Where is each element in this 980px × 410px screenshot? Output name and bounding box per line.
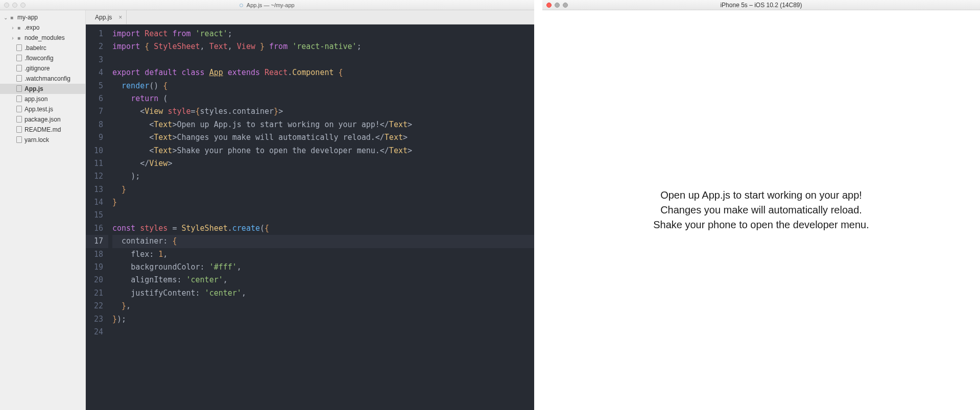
code-line[interactable]: backgroundColor: '#fff', <box>112 261 534 274</box>
code-line[interactable]: }); <box>112 313 534 326</box>
line-number[interactable]: 1 <box>86 28 103 40</box>
line-number[interactable]: 13 <box>86 183 103 196</box>
code-line[interactable]: }, <box>112 300 534 312</box>
code-line[interactable]: <Text>Open up App.js to start working on… <box>112 118 534 131</box>
code-line[interactable]: export default class App extends React.C… <box>112 66 534 79</box>
code-editor: App.js × 1234567891011121314151617181920… <box>86 10 534 410</box>
simulator-text-line: Changes you make will automatically relo… <box>660 203 862 218</box>
file-icon <box>15 44 22 52</box>
minimize-window-icon[interactable] <box>12 3 17 8</box>
file-icon <box>15 75 22 83</box>
line-number[interactable]: 23 <box>86 313 103 326</box>
file-tree[interactable]: ⌄my-app›.expo›node_modules.babelrc.flowc… <box>0 10 86 410</box>
code-line[interactable] <box>112 54 534 66</box>
line-number[interactable]: 22 <box>86 300 103 312</box>
tree-file[interactable]: yarn.lock <box>0 135 85 145</box>
code-line[interactable]: } <box>112 196 534 209</box>
zoom-window-icon[interactable] <box>20 3 26 8</box>
tab-app-js[interactable]: App.js × <box>86 10 127 24</box>
code-line[interactable]: container: { <box>112 235 534 248</box>
line-number[interactable]: 4 <box>86 66 103 79</box>
editor-body: ⌄my-app›.expo›node_modules.babelrc.flowc… <box>0 10 534 410</box>
line-number[interactable]: 6 <box>86 92 103 105</box>
code-line[interactable]: flex: 1, <box>112 248 534 261</box>
file-icon <box>15 136 22 144</box>
line-number[interactable]: 11 <box>86 157 103 170</box>
tree-file[interactable]: App.test.js <box>0 104 85 114</box>
line-number[interactable]: 10 <box>86 144 103 157</box>
code-area[interactable]: import React from 'react';import { Style… <box>108 25 534 410</box>
code-line[interactable] <box>112 209 534 222</box>
tree-file[interactable]: App.js <box>0 84 85 94</box>
simulator-window: iPhone 5s – iOS 10.2 (14C89) Open up App… <box>542 0 980 410</box>
line-number-gutter[interactable]: 123456789101112131415161718192021222324 <box>86 25 108 410</box>
tree-file[interactable]: .babelrc <box>0 43 85 53</box>
line-number[interactable]: 9 <box>86 131 103 144</box>
simulator-text-line: Open up App.js to start working on your … <box>660 188 862 203</box>
tree-file[interactable]: .gitignore <box>0 63 85 74</box>
tree-folder[interactable]: ›node_modules <box>0 33 85 43</box>
line-number[interactable]: 24 <box>86 326 103 339</box>
close-window-icon[interactable] <box>546 3 552 8</box>
line-number[interactable]: 21 <box>86 287 103 300</box>
code-line[interactable]: <Text>Shake your phone to open the devel… <box>112 144 534 157</box>
tree-file[interactable]: README.md <box>0 125 85 135</box>
editor-titlebar[interactable]: App.js — ~/my-app <box>0 0 534 10</box>
line-number[interactable]: 12 <box>86 170 103 183</box>
code-line[interactable]: return ( <box>112 92 534 105</box>
tree-item-label: App.test.js <box>25 106 53 113</box>
tree-folder[interactable]: ›.expo <box>0 22 85 33</box>
code-line[interactable]: alignItems: 'center', <box>112 274 534 286</box>
simulator-traffic-lights <box>542 3 568 8</box>
line-number[interactable]: 8 <box>86 118 103 131</box>
code-line[interactable]: } <box>112 183 534 196</box>
code-line[interactable]: import { StyleSheet, Text, View } from '… <box>112 40 534 53</box>
folder-icon <box>15 34 22 41</box>
editor-window: App.js — ~/my-app ⌄my-app›.expo›node_mod… <box>0 0 534 410</box>
line-number[interactable]: 5 <box>86 80 103 92</box>
tree-file[interactable]: app.json <box>0 94 85 104</box>
file-icon <box>15 95 22 103</box>
tree-item-label: README.md <box>25 126 61 133</box>
line-number[interactable]: 14 <box>86 196 103 209</box>
tree-file[interactable]: .watchmanconfig <box>0 74 85 84</box>
tree-item-label: .flowconfig <box>25 55 54 62</box>
line-number[interactable]: 17 <box>86 235 108 248</box>
simulator-titlebar[interactable]: iPhone 5s – iOS 10.2 (14C89) <box>542 0 980 10</box>
tree-item-label: yarn.lock <box>25 136 49 143</box>
line-number[interactable]: 18 <box>86 248 103 261</box>
code-line[interactable]: render() { <box>112 80 534 92</box>
minimize-window-icon[interactable] <box>555 3 560 8</box>
zoom-window-icon[interactable] <box>563 3 568 8</box>
code-line[interactable]: <View style={styles.container}> <box>112 105 534 118</box>
file-icon <box>15 54 22 62</box>
tree-root[interactable]: ⌄my-app <box>0 12 85 22</box>
chevron-right-icon: › <box>10 35 15 41</box>
line-number[interactable]: 16 <box>86 222 103 235</box>
simulator-screen[interactable]: Open up App.js to start working on your … <box>542 10 980 410</box>
tree-item-label: .gitignore <box>25 65 50 72</box>
tab-label: App.js <box>95 14 112 21</box>
close-window-icon[interactable] <box>4 3 9 8</box>
tree-item-label: node_modules <box>25 34 65 41</box>
tree-file[interactable]: package.json <box>0 114 85 125</box>
file-type-dot-icon <box>240 4 243 7</box>
desktop-gap <box>534 0 542 410</box>
line-number[interactable]: 2 <box>86 40 103 53</box>
tree-file[interactable]: .flowconfig <box>0 53 85 63</box>
simulator-window-title: iPhone 5s – iOS 10.2 (14C89) <box>542 2 980 9</box>
code-line[interactable]: justifyContent: 'center', <box>112 287 534 300</box>
close-tab-icon[interactable]: × <box>118 14 122 21</box>
code-line[interactable]: <Text>Changes you make will automaticall… <box>112 131 534 144</box>
tab-bar: App.js × <box>86 10 534 25</box>
code-line[interactable]: import React from 'react'; <box>112 28 534 40</box>
line-number[interactable]: 7 <box>86 105 103 118</box>
code-line[interactable]: const styles = StyleSheet.create({ <box>112 222 534 235</box>
line-number[interactable]: 19 <box>86 261 103 274</box>
line-number[interactable]: 20 <box>86 274 103 286</box>
code-line[interactable]: ); <box>112 170 534 183</box>
code-line[interactable]: </View> <box>112 157 534 170</box>
code-line[interactable] <box>112 326 534 339</box>
line-number[interactable]: 15 <box>86 209 103 222</box>
line-number[interactable]: 3 <box>86 54 103 66</box>
